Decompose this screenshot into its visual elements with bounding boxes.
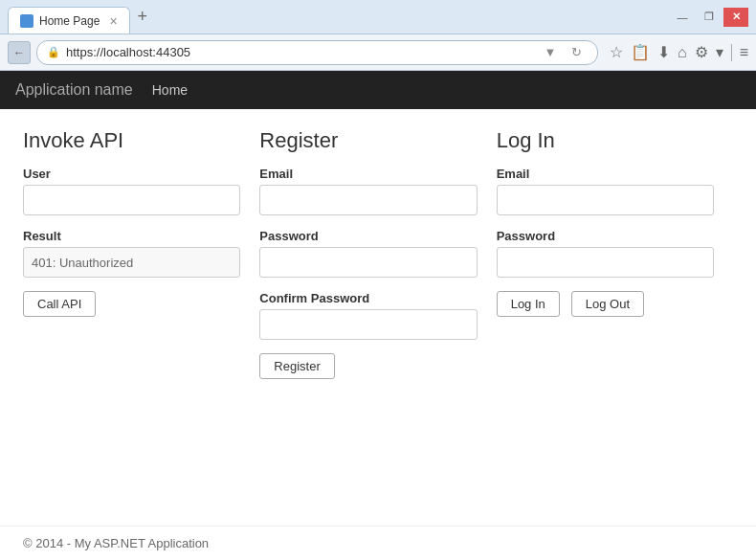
page-main: Invoke API User Result 401: Unauthorized… — [0, 109, 756, 560]
window-controls: — ❐ ✕ — [670, 8, 748, 27]
login-email-input[interactable] — [497, 185, 714, 215]
tab-close-button[interactable]: × — [109, 13, 117, 29]
columns-layout: Invoke API User Result 401: Unauthorized… — [23, 128, 733, 379]
address-bar: ← 🔒 https://localhost:44305 ▼ ↻ ☆ 📋 ⬇ ⌂ … — [0, 34, 756, 71]
logout-button[interactable]: Log Out — [571, 291, 644, 317]
toolbar-separator — [731, 44, 732, 61]
register-password-label: Password — [259, 229, 477, 243]
register-button[interactable]: Register — [259, 353, 334, 379]
call-api-button[interactable]: Call API — [23, 291, 96, 317]
user-label: User — [23, 167, 240, 181]
login-email-label: Email — [497, 167, 714, 181]
minimize-button[interactable]: — — [670, 8, 695, 27]
register-confirm-password-input[interactable] — [259, 309, 477, 340]
register-column: Register Email Password Confirm Password — [259, 128, 496, 379]
login-column: Log In Email Password Log In Log Out — [497, 128, 733, 379]
invoke-api-column: Invoke API User Result 401: Unauthorized… — [23, 128, 259, 379]
download-icon[interactable]: ⬇ — [657, 43, 670, 61]
refresh-icon[interactable]: ↻ — [567, 42, 588, 63]
page-content: Invoke API User Result 401: Unauthorized… — [0, 109, 756, 526]
nav-home-link[interactable]: Home — [152, 82, 188, 98]
invoke-api-title: Invoke API — [23, 128, 240, 153]
close-button[interactable]: ✕ — [723, 8, 748, 27]
browser-tab[interactable]: Home Page × — [8, 7, 130, 34]
url-box[interactable]: 🔒 https://localhost:44305 ▼ ↻ — [36, 40, 598, 65]
settings-icon[interactable]: ⚙ — [695, 43, 708, 61]
tab-area: Home Page × + — [8, 0, 670, 34]
register-email-input[interactable] — [259, 185, 477, 215]
url-text: https://localhost:44305 — [66, 45, 534, 59]
result-label: Result — [23, 229, 240, 243]
home-icon[interactable]: ⌂ — [678, 44, 687, 61]
url-dropdown-icon[interactable]: ▼ — [540, 42, 561, 63]
register-btn-group: Register — [259, 353, 477, 379]
clipboard-icon[interactable]: 📋 — [631, 43, 650, 61]
register-email-group: Email — [259, 167, 477, 215]
register-confirm-password-label: Confirm Password — [259, 291, 477, 305]
user-field-group: User — [23, 167, 240, 215]
tab-favicon — [20, 14, 33, 28]
footer-text: © 2014 - My ASP.NET Application — [23, 536, 209, 550]
register-title: Register — [259, 128, 477, 153]
restore-button[interactable]: ❐ — [697, 8, 722, 27]
tab-title: Home Page — [39, 14, 100, 28]
user-input[interactable] — [23, 185, 240, 215]
login-email-group: Email — [497, 167, 714, 215]
lock-icon: 🔒 — [47, 46, 60, 58]
dropdown-icon[interactable]: ▾ — [716, 43, 723, 61]
menu-icon[interactable]: ≡ — [740, 44, 748, 61]
login-btn-group: Log In Log Out — [497, 291, 714, 317]
register-password-group: Password — [259, 229, 477, 278]
login-password-group: Password — [497, 229, 714, 278]
bookmark-icon[interactable]: ☆ — [610, 43, 623, 61]
result-field-group: Result 401: Unauthorized — [23, 229, 240, 278]
new-tab-button[interactable]: + — [130, 7, 156, 27]
toolbar-icons: ☆ 📋 ⬇ ⌂ ⚙ ▾ ≡ — [604, 43, 748, 61]
register-password-input[interactable] — [259, 247, 477, 278]
footer: © 2014 - My ASP.NET Application — [0, 526, 756, 560]
login-password-label: Password — [497, 229, 714, 243]
app-navbar: Application name Home — [0, 71, 756, 109]
app-name: Application name — [15, 81, 133, 99]
result-value: 401: Unauthorized — [23, 247, 240, 278]
back-icon: ← — [13, 46, 25, 59]
register-confirm-password-group: Confirm Password — [259, 291, 477, 340]
title-bar: Home Page × + — ❐ ✕ — [0, 0, 756, 34]
login-button[interactable]: Log In — [497, 291, 560, 317]
login-password-input[interactable] — [497, 247, 714, 278]
register-email-label: Email — [259, 167, 477, 181]
call-api-group: Call API — [23, 291, 240, 317]
back-button[interactable]: ← — [8, 41, 31, 64]
login-title: Log In — [497, 128, 714, 153]
